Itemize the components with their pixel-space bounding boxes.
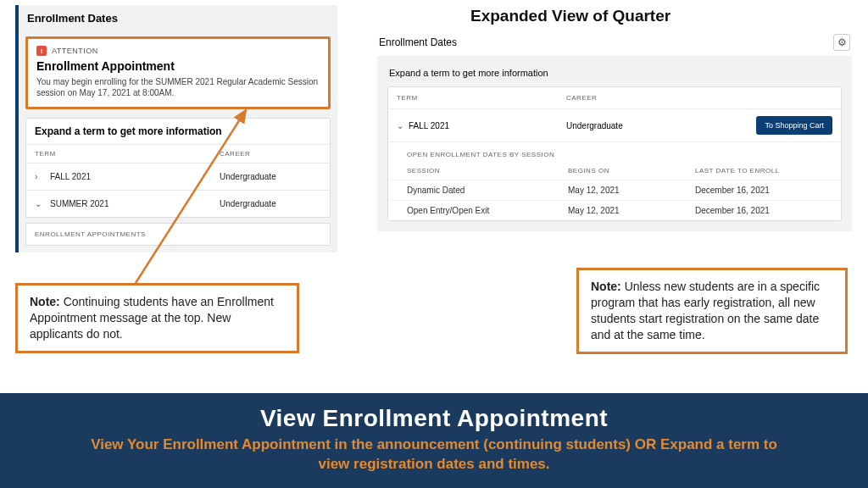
col-session: SESSION: [407, 167, 568, 175]
session-column-headers: SESSION BEGINS ON LAST DATE TO ENROLL: [388, 164, 841, 180]
term-name: SUMMER 2021: [47, 199, 220, 208]
session-last: December 16, 2021: [695, 186, 832, 195]
session-row: Dynamic Dated May 12, 2021 December 16, …: [388, 180, 841, 200]
note-text: Continuing students have an Enrollment A…: [30, 295, 274, 341]
col-last-date: LAST DATE TO ENROLL: [695, 167, 832, 175]
term-career: Undergraduate: [566, 121, 756, 130]
col-term: TERM: [35, 150, 220, 158]
expand-instruction: Expand a term to get more information: [387, 64, 842, 86]
expand-instruction: Expand a term to get more information: [26, 119, 330, 144]
panel-title: Enrollment Dates: [379, 36, 457, 48]
bottom-banner: View Enrollment Appointment View Your En…: [0, 393, 868, 488]
panel-title: Enrollment Dates: [19, 5, 337, 33]
term-row-fall[interactable]: › FALL 2021 Undergraduate: [26, 163, 330, 190]
note-label: Note:: [591, 280, 621, 293]
term-career: Undergraduate: [220, 199, 321, 208]
banner-heading: View Enrollment Appointment: [0, 405, 868, 432]
attention-body: You may begin enrolling for the SUMMER 2…: [36, 76, 320, 98]
session-name: Dynamic Dated: [407, 186, 568, 195]
attention-label: ATTENTION: [52, 47, 98, 55]
gear-icon: ⚙: [837, 36, 847, 48]
note-text: Unless new students are in a specific pr…: [591, 280, 820, 341]
note-continuing-students: Note: Continuing students have an Enroll…: [15, 283, 299, 353]
col-term: TERM: [397, 94, 566, 102]
enrollment-appointments-header: ENROLLMENT APPOINTMENTS: [25, 223, 331, 246]
to-shopping-cart-button[interactable]: To Shopping Cart: [756, 116, 832, 135]
term-row-fall-expanded[interactable]: ⌄ FALL 2021 Undergraduate To Shopping Ca…: [388, 108, 841, 141]
col-begins-on: BEGINS ON: [568, 167, 695, 175]
chevron-down-icon: ⌄: [397, 121, 409, 130]
chevron-down-icon: ⌄: [35, 199, 47, 208]
session-name: Open Entry/Open Exit: [407, 206, 568, 215]
note-label: Note:: [30, 295, 60, 308]
settings-button[interactable]: ⚙: [833, 34, 850, 51]
chevron-right-icon: ›: [35, 172, 47, 181]
banner-subtext: View Your Enrollment Appointment in the …: [0, 432, 868, 474]
term-column-headers: TERM CAREER: [388, 87, 841, 108]
note-new-students: Note: Unless new students are in a speci…: [576, 268, 848, 354]
term-row-summer[interactable]: ⌄ SUMMER 2021 Undergraduate: [26, 190, 330, 217]
enrollment-dates-panel-right: Enrollment Dates ⚙ Expand a term to get …: [377, 32, 852, 231]
col-career: CAREER: [220, 150, 321, 158]
term-career: Undergraduate: [220, 172, 321, 181]
session-last: December 16, 2021: [695, 206, 832, 215]
open-enrollment-subheading: OPEN ENROLLMENT DATES BY SESSION: [388, 141, 841, 164]
attention-heading: Enrollment Appointment: [36, 59, 320, 73]
enrollment-dates-panel-left: Enrollment Dates ! ATTENTION Enrollment …: [15, 5, 337, 252]
session-row: Open Entry/Open Exit May 12, 2021 Decemb…: [388, 200, 841, 220]
col-career: CAREER: [566, 94, 832, 102]
term-name: FALL 2021: [409, 121, 566, 130]
term-name: FALL 2021: [47, 172, 220, 181]
term-column-headers: TERM CAREER: [26, 144, 330, 163]
attention-icon: !: [36, 46, 47, 56]
enrollment-appointment-alert: ! ATTENTION Enrollment Appointment You m…: [25, 36, 331, 109]
session-begins: May 12, 2021: [568, 186, 695, 195]
session-begins: May 12, 2021: [568, 206, 695, 215]
expanded-view-heading: Expanded View of Quarter: [470, 7, 670, 25]
term-list: Expand a term to get more information TE…: [25, 118, 331, 218]
